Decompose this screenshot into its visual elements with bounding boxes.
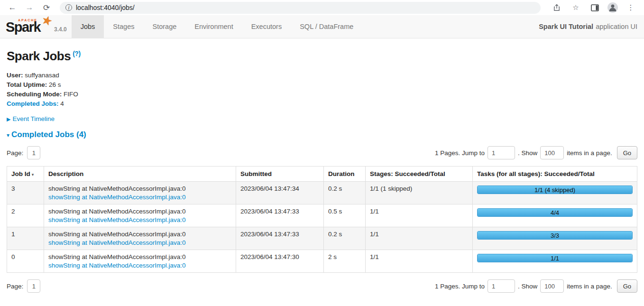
pages-jump-text: 1 Pages. Jump to xyxy=(435,283,485,290)
app-name-suffix: application UI xyxy=(596,23,637,30)
bookmark-star-icon[interactable]: ☆ xyxy=(570,1,582,14)
description-cell: showString at NativeMethodAccessorImpl.j… xyxy=(44,182,236,204)
description-link[interactable]: showString at NativeMethodAccessorImpl.j… xyxy=(48,239,186,246)
tab-executors[interactable]: Executors xyxy=(242,15,291,38)
address-bar[interactable]: i localhost:4040/jobs/ xyxy=(60,2,541,14)
description-text: showString at NativeMethodAccessorImpl.j… xyxy=(48,185,231,192)
items-per-page-input[interactable] xyxy=(540,279,564,293)
table-row: 2showString at NativeMethodAccessorImpl.… xyxy=(7,204,637,227)
header-submitted[interactable]: Submitted xyxy=(236,167,324,182)
table-row: 1showString at NativeMethodAccessorImpl.… xyxy=(7,227,637,250)
job-id-cell: 2 xyxy=(7,204,44,227)
browser-menu-icon[interactable]: ⋮ xyxy=(625,1,637,14)
duration-cell: 0.2 s xyxy=(324,182,366,204)
tasks-cell: 1/1 (4 skipped) xyxy=(473,182,637,204)
submitted-cell: 2023/06/04 13:47:33 xyxy=(236,227,324,250)
description-cell: showString at NativeMethodAccessorImpl.j… xyxy=(44,204,236,227)
side-panel-icon[interactable] xyxy=(589,1,601,14)
completed-jobs-table: Job Id▾ Description Submitted Duration S… xyxy=(7,166,637,273)
page-number-input[interactable] xyxy=(27,146,40,159)
submitted-cell: 2023/06/04 13:47:34 xyxy=(236,182,324,204)
pagination-top: Page: 1 Pages. Jump to . Show items in a… xyxy=(7,146,637,159)
profile-avatar[interactable] xyxy=(607,2,618,13)
browser-chrome: ← → ⟳ i localhost:4040/jobs/ ☆ ⋮ xyxy=(0,0,644,15)
header-description[interactable]: Description xyxy=(44,167,236,182)
app-name-bold: Spark UI Tutorial xyxy=(539,23,593,30)
header-duration[interactable]: Duration xyxy=(324,167,366,182)
main-content: Spark Jobs(?) User: suffyanasad Total Up… xyxy=(0,38,644,293)
tab-sql-dataframe[interactable]: SQL / DataFrame xyxy=(291,15,362,38)
tab-jobs[interactable]: Jobs xyxy=(72,15,104,38)
job-id-cell: 1 xyxy=(7,227,44,250)
tasks-cell: 1/1 xyxy=(473,250,637,273)
table-header-row: Job Id▾ Description Submitted Duration S… xyxy=(7,167,637,182)
share-icon[interactable] xyxy=(551,1,563,14)
spark-navbar: APACHE Spark ★ 3.4.0 Jobs Stages Storage… xyxy=(0,15,644,38)
page-number-input[interactable] xyxy=(27,279,40,293)
forward-icon[interactable]: → xyxy=(23,1,36,14)
completed-jobs-section-toggle[interactable]: ▾Completed Jobs (4) xyxy=(7,130,637,139)
expanded-caret-icon: ▾ xyxy=(7,132,9,139)
application-name: Spark UI Tutorial application UI xyxy=(539,15,644,38)
tasks-progress-bar: 4/4 xyxy=(477,208,633,217)
job-id-cell: 0 xyxy=(7,250,44,273)
tasks-progress-label: 1/1 xyxy=(478,254,632,262)
submitted-cell: 2023/06/04 13:47:33 xyxy=(236,204,324,227)
duration-cell: 2 s xyxy=(324,250,366,273)
spark-version: 3.4.0 xyxy=(54,26,67,33)
go-button[interactable]: Go xyxy=(617,279,637,293)
tab-stages[interactable]: Stages xyxy=(104,15,143,38)
duration-cell: 0.2 s xyxy=(324,227,366,250)
spark-star-icon: ★ xyxy=(40,12,54,29)
go-button[interactable]: Go xyxy=(617,146,637,159)
submitted-cell: 2023/06/04 13:47:30 xyxy=(236,250,324,273)
header-job-id[interactable]: Job Id▾ xyxy=(7,167,44,182)
back-icon[interactable]: ← xyxy=(6,1,18,14)
description-link[interactable]: showString at NativeMethodAccessorImpl.j… xyxy=(48,194,186,201)
pages-jump-text: 1 Pages. Jump to xyxy=(435,149,485,157)
site-info-icon[interactable]: i xyxy=(65,4,72,11)
tab-environment[interactable]: Environment xyxy=(185,15,242,38)
tasks-progress-bar: 1/1 (4 skipped) xyxy=(477,185,633,194)
spark-logo[interactable]: APACHE Spark ★ 3.4.0 xyxy=(0,15,72,38)
pagination-bottom: Page: 1 Pages. Jump to . Show items in a… xyxy=(7,279,637,293)
page-label: Page: xyxy=(7,149,23,157)
description-text: showString at NativeMethodAccessorImpl.j… xyxy=(48,208,231,215)
items-text: items in a page. xyxy=(567,149,612,157)
jump-to-input[interactable] xyxy=(488,146,515,159)
header-tasks[interactable]: Tasks (for all stages): Succeeded/Total xyxy=(473,167,637,182)
info-scheduling-mode: Scheduling Mode: FIFO xyxy=(7,90,637,99)
page-title: Spark Jobs(?) xyxy=(7,49,637,64)
url-text[interactable]: localhost:4040/jobs/ xyxy=(76,4,135,11)
description-text: showString at NativeMethodAccessorImpl.j… xyxy=(48,231,231,238)
info-user: User: suffyanasad xyxy=(7,71,637,80)
tasks-cell: 4/4 xyxy=(473,204,637,227)
nav-tabs: Jobs Stages Storage Environment Executor… xyxy=(72,15,363,38)
stages-cell: 1/1 (1 skipped) xyxy=(366,182,473,204)
duration-cell: 0.5 s xyxy=(324,204,366,227)
info-completed-jobs: Completed Jobs: 4 xyxy=(7,99,637,109)
tasks-progress-label: 4/4 xyxy=(478,209,632,217)
show-text: . Show xyxy=(518,149,537,157)
sort-caret-icon: ▾ xyxy=(32,172,34,177)
header-stages[interactable]: Stages: Succeeded/Total xyxy=(366,167,473,182)
jump-to-input[interactable] xyxy=(488,279,515,293)
tab-storage[interactable]: Storage xyxy=(144,15,186,38)
collapsed-caret-icon: ▶ xyxy=(7,116,10,122)
jobs-table-body: 3showString at NativeMethodAccessorImpl.… xyxy=(7,182,637,273)
page-label: Page: xyxy=(7,283,23,290)
completed-jobs-link[interactable]: Completed Jobs: xyxy=(7,100,59,107)
description-link[interactable]: showString at NativeMethodAccessorImpl.j… xyxy=(48,262,186,269)
items-per-page-input[interactable] xyxy=(540,146,564,159)
description-link[interactable]: showString at NativeMethodAccessorImpl.j… xyxy=(48,216,186,223)
tasks-progress-label: 1/1 (4 skipped) xyxy=(478,186,632,194)
help-link[interactable]: (?) xyxy=(73,50,80,57)
job-id-cell: 3 xyxy=(7,182,44,204)
table-row: 3showString at NativeMethodAccessorImpl.… xyxy=(7,182,637,204)
tasks-progress-bar: 3/3 xyxy=(477,231,633,240)
event-timeline-toggle[interactable]: ▶Event Timeline xyxy=(7,115,637,122)
reload-icon[interactable]: ⟳ xyxy=(40,1,53,14)
info-uptime: Total Uptime: 26 s xyxy=(7,80,637,90)
description-cell: showString at NativeMethodAccessorImpl.j… xyxy=(44,250,236,273)
tasks-progress-bar: 1/1 xyxy=(477,254,633,262)
